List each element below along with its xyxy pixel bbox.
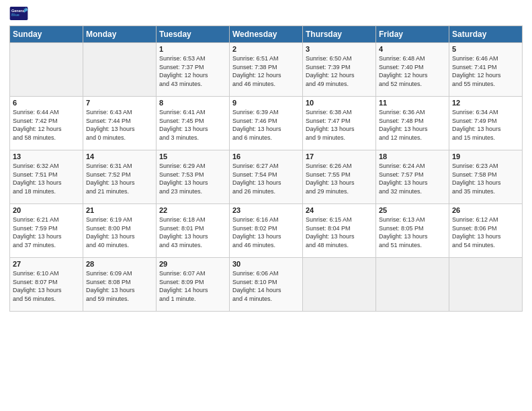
day-info: Sunrise: 6:19 AM Sunset: 8:00 PM Dayligh… [86, 216, 153, 249]
calendar-cell: 2Sunrise: 6:51 AM Sunset: 7:38 PM Daylig… [230, 43, 303, 97]
calendar-cell: 4Sunrise: 6:48 AM Sunset: 7:40 PM Daylig… [376, 43, 449, 97]
day-number: 16 [232, 152, 300, 161]
day-number: 12 [452, 99, 519, 107]
day-number: 30 [232, 260, 300, 268]
weekday-header-wednesday: Wednesday [230, 26, 303, 43]
calendar-cell [10, 43, 83, 97]
calendar-cell [83, 43, 157, 97]
weekday-header-thursday: Thursday [303, 26, 376, 43]
day-number: 10 [306, 99, 373, 107]
day-number: 9 [232, 99, 300, 107]
calendar-cell: 10Sunrise: 6:38 AM Sunset: 7:47 PM Dayli… [303, 97, 376, 150]
day-info: Sunrise: 6:26 AM Sunset: 7:55 PM Dayligh… [306, 162, 373, 195]
calendar-cell: 29Sunrise: 6:07 AM Sunset: 8:09 PM Dayli… [157, 258, 230, 312]
day-info: Sunrise: 6:32 AM Sunset: 7:51 PM Dayligh… [13, 162, 80, 195]
calendar-cell: 25Sunrise: 6:13 AM Sunset: 8:05 PM Dayli… [376, 204, 449, 258]
day-number: 26 [452, 206, 519, 214]
calendar-cell: 8Sunrise: 6:41 AM Sunset: 7:45 PM Daylig… [157, 97, 230, 150]
calendar-cell: 19Sunrise: 6:23 AM Sunset: 7:58 PM Dayli… [449, 150, 523, 204]
day-number: 27 [13, 260, 80, 268]
day-number: 25 [379, 206, 446, 214]
calendar-cell: 26Sunrise: 6:12 AM Sunset: 8:06 PM Dayli… [449, 204, 523, 258]
calendar-cell: 7Sunrise: 6:43 AM Sunset: 7:44 PM Daylig… [83, 97, 157, 150]
day-number: 21 [86, 206, 153, 214]
day-number: 1 [159, 45, 226, 53]
weekday-header-saturday: Saturday [449, 26, 523, 43]
day-info: Sunrise: 6:13 AM Sunset: 8:05 PM Dayligh… [379, 216, 446, 249]
calendar-cell: 11Sunrise: 6:36 AM Sunset: 7:48 PM Dayli… [376, 97, 449, 150]
day-info: Sunrise: 6:23 AM Sunset: 7:58 PM Dayligh… [452, 162, 519, 195]
calendar-cell: 12Sunrise: 6:34 AM Sunset: 7:49 PM Dayli… [449, 97, 523, 150]
calendar-cell: 18Sunrise: 6:24 AM Sunset: 7:57 PM Dayli… [376, 150, 449, 204]
calendar-cell [376, 258, 449, 312]
calendar-cell: 22Sunrise: 6:18 AM Sunset: 8:01 PM Dayli… [157, 204, 230, 258]
day-info: Sunrise: 6:36 AM Sunset: 7:48 PM Dayligh… [379, 108, 446, 142]
calendar-page: General Blue SundayMondayTuesdayWednesda… [0, 0, 532, 411]
svg-text:Blue: Blue [11, 13, 19, 17]
weekday-header-monday: Monday [83, 26, 157, 43]
day-info: Sunrise: 6:07 AM Sunset: 8:09 PM Dayligh… [159, 269, 226, 303]
calendar-row-3: 20Sunrise: 6:21 AM Sunset: 7:59 PM Dayli… [10, 204, 523, 258]
logo: General Blue [9, 7, 28, 21]
calendar-cell [303, 258, 376, 312]
day-info: Sunrise: 6:18 AM Sunset: 8:01 PM Dayligh… [159, 216, 226, 249]
day-number: 18 [379, 152, 446, 161]
day-number: 15 [159, 152, 226, 161]
svg-text:General: General [11, 9, 26, 13]
calendar-cell: 24Sunrise: 6:15 AM Sunset: 8:04 PM Dayli… [303, 204, 376, 258]
day-info: Sunrise: 6:34 AM Sunset: 7:49 PM Dayligh… [452, 108, 519, 142]
calendar-cell: 23Sunrise: 6:16 AM Sunset: 8:02 PM Dayli… [230, 204, 303, 258]
day-info: Sunrise: 6:38 AM Sunset: 7:47 PM Dayligh… [306, 108, 373, 142]
day-info: Sunrise: 6:10 AM Sunset: 8:07 PM Dayligh… [13, 269, 80, 303]
day-number: 6 [13, 99, 80, 107]
day-info: Sunrise: 6:09 AM Sunset: 8:08 PM Dayligh… [86, 269, 153, 303]
calendar-cell: 30Sunrise: 6:06 AM Sunset: 8:10 PM Dayli… [230, 258, 303, 312]
day-info: Sunrise: 6:24 AM Sunset: 7:57 PM Dayligh… [379, 162, 446, 195]
calendar-cell: 28Sunrise: 6:09 AM Sunset: 8:08 PM Dayli… [83, 258, 157, 312]
day-info: Sunrise: 6:39 AM Sunset: 7:46 PM Dayligh… [232, 108, 300, 142]
day-number: 13 [13, 152, 80, 161]
calendar-cell: 14Sunrise: 6:31 AM Sunset: 7:52 PM Dayli… [83, 150, 157, 204]
weekday-header-tuesday: Tuesday [157, 26, 230, 43]
day-info: Sunrise: 6:16 AM Sunset: 8:02 PM Dayligh… [232, 216, 300, 249]
day-info: Sunrise: 6:06 AM Sunset: 8:10 PM Dayligh… [232, 269, 300, 303]
day-info: Sunrise: 6:12 AM Sunset: 8:06 PM Dayligh… [452, 216, 519, 249]
day-number: 22 [159, 206, 226, 214]
calendar-cell: 6Sunrise: 6:44 AM Sunset: 7:42 PM Daylig… [10, 97, 83, 150]
calendar-cell: 17Sunrise: 6:26 AM Sunset: 7:55 PM Dayli… [303, 150, 376, 204]
day-number: 7 [86, 99, 153, 107]
day-number: 14 [86, 152, 153, 161]
day-info: Sunrise: 6:41 AM Sunset: 7:45 PM Dayligh… [159, 108, 226, 142]
day-number: 2 [232, 45, 300, 53]
calendar-cell: 20Sunrise: 6:21 AM Sunset: 7:59 PM Dayli… [10, 204, 83, 258]
day-number: 5 [452, 45, 519, 53]
calendar-cell [449, 258, 523, 312]
calendar-cell: 3Sunrise: 6:50 AM Sunset: 7:39 PM Daylig… [303, 43, 376, 97]
day-number: 24 [306, 206, 373, 214]
day-info: Sunrise: 6:31 AM Sunset: 7:52 PM Dayligh… [86, 162, 153, 195]
day-number: 23 [232, 206, 300, 214]
calendar-row-0: 1Sunrise: 6:53 AM Sunset: 7:37 PM Daylig… [10, 43, 523, 97]
day-info: Sunrise: 6:27 AM Sunset: 7:54 PM Dayligh… [232, 162, 300, 195]
day-info: Sunrise: 6:46 AM Sunset: 7:41 PM Dayligh… [452, 54, 519, 88]
calendar-cell: 27Sunrise: 6:10 AM Sunset: 8:07 PM Dayli… [10, 258, 83, 312]
weekday-header-sunday: Sunday [10, 26, 83, 43]
day-number: 17 [306, 152, 373, 161]
day-number: 3 [306, 45, 373, 53]
calendar-cell: 13Sunrise: 6:32 AM Sunset: 7:51 PM Dayli… [10, 150, 83, 204]
calendar-row-1: 6Sunrise: 6:44 AM Sunset: 7:42 PM Daylig… [10, 97, 523, 150]
day-info: Sunrise: 6:50 AM Sunset: 7:39 PM Dayligh… [306, 54, 373, 88]
calendar-cell: 1Sunrise: 6:53 AM Sunset: 7:37 PM Daylig… [157, 43, 230, 97]
calendar-row-4: 27Sunrise: 6:10 AM Sunset: 8:07 PM Dayli… [10, 258, 523, 312]
calendar-cell: 21Sunrise: 6:19 AM Sunset: 8:00 PM Dayli… [83, 204, 157, 258]
weekday-header-row: SundayMondayTuesdayWednesdayThursdayFrid… [10, 26, 523, 43]
calendar-cell: 5Sunrise: 6:46 AM Sunset: 7:41 PM Daylig… [449, 43, 523, 97]
day-info: Sunrise: 6:21 AM Sunset: 7:59 PM Dayligh… [13, 216, 80, 249]
day-number: 20 [13, 206, 80, 214]
day-info: Sunrise: 6:48 AM Sunset: 7:40 PM Dayligh… [379, 54, 446, 88]
day-info: Sunrise: 6:15 AM Sunset: 8:04 PM Dayligh… [306, 216, 373, 249]
day-number: 8 [159, 99, 226, 107]
calendar-cell: 9Sunrise: 6:39 AM Sunset: 7:46 PM Daylig… [230, 97, 303, 150]
header: General Blue [9, 7, 523, 21]
day-info: Sunrise: 6:29 AM Sunset: 7:53 PM Dayligh… [159, 162, 226, 195]
